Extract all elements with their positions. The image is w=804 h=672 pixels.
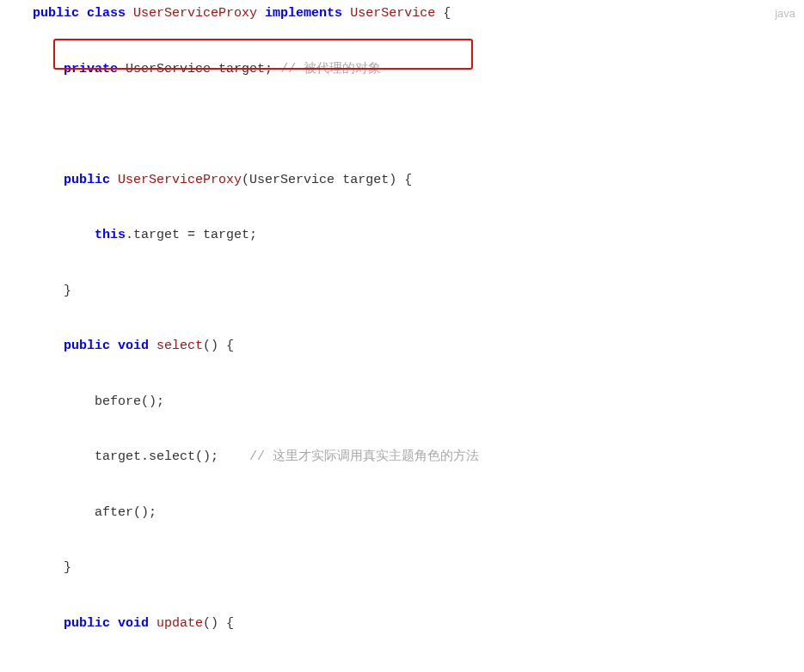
call-before: before [95, 394, 141, 409]
kw-public: public [64, 616, 110, 631]
kw-private: private [64, 62, 118, 76]
kw-class: class [87, 6, 126, 21]
comment-proxied: // 被代理的对象 [280, 62, 381, 76]
kw-public: public [64, 339, 110, 353]
param-target: target [203, 228, 249, 242]
field-target: target [218, 62, 265, 76]
comment-real-call: // 这里才实际调用真实主题角色的方法 [249, 449, 479, 464]
ref-target: target [95, 449, 141, 464]
method-select: select [157, 339, 203, 353]
class-name: UserServiceProxy [133, 6, 257, 21]
kw-public: public [64, 173, 110, 187]
kw-implements: implements [265, 6, 342, 21]
kw-this: this [95, 228, 126, 242]
language-label: java [775, 2, 795, 26]
code-block: java public class UserServiceProxy imple… [0, 0, 804, 672]
param-type: UserService [249, 173, 334, 187]
param-target: target [342, 173, 389, 187]
code-content: public class UserServiceProxy implements… [33, 0, 804, 672]
method-update: update [157, 616, 203, 631]
kw-void: void [118, 616, 149, 631]
type-ref: UserService [126, 62, 211, 76]
call-after: after [95, 505, 133, 520]
call-select: select [149, 449, 195, 464]
kw-public: public [33, 6, 79, 21]
interface-name: UserService [350, 6, 435, 21]
field-target: target [133, 228, 180, 242]
kw-void: void [118, 339, 149, 353]
ctor-name: UserServiceProxy [118, 173, 242, 187]
